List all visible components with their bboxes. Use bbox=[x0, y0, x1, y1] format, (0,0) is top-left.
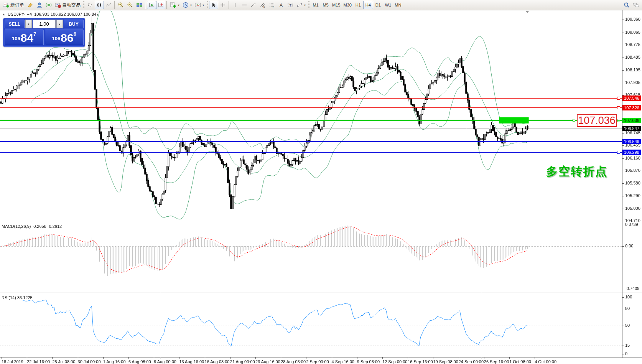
text-label-button[interactable]: T bbox=[286, 1, 295, 9]
turning-point-annotation[interactable]: 多空转折点 bbox=[546, 164, 607, 180]
timeframe-h1-button[interactable]: H1 bbox=[353, 1, 363, 9]
chat-icon bbox=[633, 2, 639, 8]
crosshair-button[interactable] bbox=[218, 1, 227, 9]
rsi-tick-label: 15 bbox=[625, 343, 630, 348]
timeframe-m1-button[interactable]: M1 bbox=[311, 1, 321, 9]
text-label-icon: T bbox=[287, 2, 293, 8]
arrows-button[interactable]: ▾ bbox=[295, 1, 307, 9]
time-axis-label: 4 Oct 00:00 bbox=[535, 359, 556, 364]
collapse-marker-icon[interactable]: ▲ bbox=[2, 13, 5, 16]
ask-big-figure: 86 bbox=[61, 32, 73, 44]
auto-scroll-button[interactable] bbox=[147, 1, 156, 9]
chart-shift-button[interactable] bbox=[156, 1, 165, 9]
dropdown-caret: ▾ bbox=[190, 3, 192, 7]
sell-button[interactable]: SELL bbox=[5, 20, 25, 28]
ask-pip-digit: 6 bbox=[74, 31, 76, 37]
volume-input[interactable] bbox=[33, 20, 56, 28]
cursor-button[interactable] bbox=[209, 1, 218, 9]
line-chart-icon bbox=[105, 2, 112, 8]
timeframe-d1-button[interactable]: D1 bbox=[373, 1, 383, 9]
bid-prefix: 106 bbox=[12, 34, 20, 44]
timeframe-h4-button[interactable]: H4 bbox=[363, 1, 373, 9]
bid-pip-digit: 7 bbox=[33, 31, 36, 37]
macd-tick-label: 0.3739 bbox=[625, 222, 638, 227]
text-a-icon: A bbox=[278, 2, 284, 8]
time-axis-label: 18 Jul 2019 bbox=[2, 359, 23, 364]
ohlc-values-label: 106.903 106.922 106.807 106.847 bbox=[34, 12, 99, 16]
time-axis-label: 16 Aug 08:00 bbox=[205, 359, 230, 364]
timeframe-mn-button[interactable]: MN bbox=[393, 1, 403, 9]
text-button[interactable]: A bbox=[277, 1, 286, 9]
toolbar-grip bbox=[308, 1, 309, 9]
candlestick-icon bbox=[96, 2, 102, 8]
news-button[interactable] bbox=[44, 1, 53, 9]
timeframe-m30-button[interactable]: M30 bbox=[342, 1, 353, 9]
bid-big-figure: 84 bbox=[21, 32, 33, 44]
indicators-button[interactable]: ▾ bbox=[168, 1, 181, 9]
bid-price-button[interactable]: 106 84 7 bbox=[5, 30, 44, 45]
trendline-button[interactable] bbox=[249, 1, 258, 9]
channel-icon: E bbox=[260, 2, 266, 8]
timeframe-w1-button[interactable]: W1 bbox=[383, 1, 393, 9]
time-axis-label: 9 Sep 08:00 bbox=[357, 359, 380, 364]
price-tag: 107.326 bbox=[622, 105, 641, 110]
templates-button[interactable]: ▾ bbox=[193, 1, 206, 9]
time-axis-label: 4 Sep 16:00 bbox=[332, 359, 354, 364]
candlestick-chart-button[interactable] bbox=[95, 1, 104, 9]
broadcast-icon bbox=[46, 2, 52, 8]
macd-tick-label: -0.7409 bbox=[625, 286, 639, 291]
indicators-icon bbox=[170, 2, 176, 8]
fibonacci-button[interactable]: F bbox=[267, 1, 277, 9]
community-button[interactable] bbox=[35, 1, 44, 9]
line-chart-button[interactable] bbox=[104, 1, 113, 9]
autotrading-button[interactable]: 自动交易 bbox=[53, 1, 82, 9]
rsi-tick-label: 0 bbox=[625, 351, 627, 356]
rsi-indicator-label: RSI(14) 36.1225 bbox=[2, 295, 33, 300]
price-chart-canvas[interactable] bbox=[0, 0, 642, 364]
search-button[interactable] bbox=[622, 1, 631, 9]
price-tag: 106.549 bbox=[622, 139, 641, 144]
price-tick-label: 105.290 bbox=[625, 193, 640, 198]
styler-button[interactable] bbox=[26, 1, 35, 9]
bar-chart-button[interactable] bbox=[86, 1, 95, 9]
dropdown-caret: ▾ bbox=[304, 3, 306, 7]
chart-title: ▲ USDJPY-,H4 106.903 106.922 106.807 106… bbox=[2, 12, 99, 16]
new-order-label: 新订单 bbox=[10, 2, 24, 8]
macd-indicator-label: MACD(12,26,9) -0.2658 -0.2612 bbox=[2, 224, 62, 229]
clock-icon bbox=[183, 2, 189, 8]
time-axis-label: 28 Aug 08:00 bbox=[281, 359, 306, 364]
volume-down-button[interactable]: ▾ bbox=[25, 20, 32, 28]
zoom-in-button[interactable] bbox=[116, 1, 125, 9]
vertical-line-icon bbox=[232, 2, 238, 8]
periods-button[interactable]: ▾ bbox=[181, 1, 193, 9]
timeframe-m15-button[interactable]: M15 bbox=[331, 1, 342, 9]
time-axis-label: 21 Aug 00:00 bbox=[230, 359, 255, 364]
price-callout-label[interactable]: 107.036 bbox=[577, 114, 617, 127]
time-axis-label: 1 Aug 16:00 bbox=[103, 359, 126, 364]
buy-button[interactable]: BUY bbox=[64, 20, 84, 28]
trendline-icon bbox=[250, 2, 257, 8]
time-axis-label: 16 Sep 16:00 bbox=[408, 359, 433, 364]
timeframe-m5-button[interactable]: M5 bbox=[321, 1, 331, 9]
tile-windows-button[interactable] bbox=[135, 1, 144, 9]
equidistant-channel-button[interactable]: E bbox=[258, 1, 267, 9]
time-axis-label: 9 Aug 00:00 bbox=[154, 359, 176, 364]
price-tick-label: 105.000 bbox=[625, 206, 640, 211]
horizontal-line-button[interactable] bbox=[240, 1, 249, 9]
ask-price-button[interactable]: 106 86 6 bbox=[45, 30, 84, 45]
chart-shift-icon bbox=[158, 2, 164, 8]
zoom-out-icon bbox=[127, 2, 133, 8]
zoom-out-button[interactable] bbox=[125, 1, 135, 9]
vertical-line-button[interactable] bbox=[230, 1, 240, 9]
new-order-button[interactable]: 新订单 bbox=[1, 1, 26, 9]
one-click-trading-panel: SELL ▾ ▴ BUY 106 84 7 106 86 6 bbox=[3, 18, 85, 47]
chat-button[interactable] bbox=[631, 1, 641, 9]
time-axis-label: 24 Sep 00:00 bbox=[459, 359, 484, 364]
zoom-in-icon bbox=[118, 2, 124, 8]
new-order-icon bbox=[3, 2, 9, 8]
mt4-window: 新订单 自动交易 ▾ ▾ ▾ E F A T bbox=[0, 0, 642, 364]
volume-up-button[interactable]: ▴ bbox=[56, 20, 63, 28]
auto-scroll-icon bbox=[148, 2, 155, 8]
price-tick-label: 109.065 bbox=[625, 30, 640, 35]
ask-prefix: 106 bbox=[52, 34, 61, 44]
